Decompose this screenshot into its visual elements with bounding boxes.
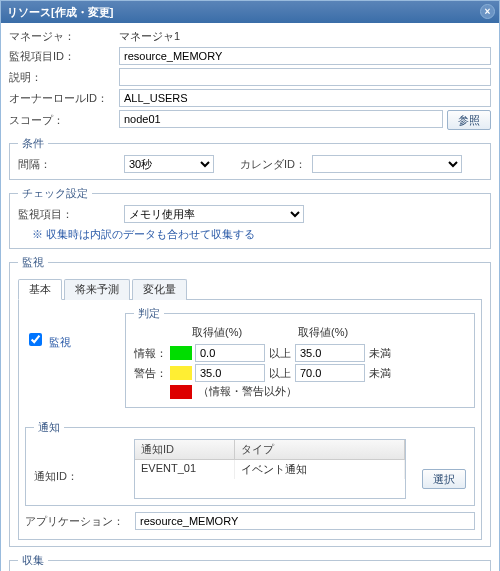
dialog: リソース[作成・変更] × マネージャ： マネージャ1 監視項目ID： 説明： … (0, 0, 500, 571)
notify-legend: 通知 (34, 420, 64, 435)
judgment-fieldset: 判定 取得値(%) 取得値(%) 情報： 以上 (125, 306, 475, 408)
notify-id-label: 通知ID： (34, 439, 134, 484)
manager-value: マネージャ1 (119, 29, 491, 44)
desc-input[interactable] (119, 68, 491, 86)
warn-label: 警告： (134, 366, 170, 381)
monitor-check-row[interactable]: 監視 (25, 336, 71, 348)
owner-role-label: オーナーロールID： (9, 91, 119, 106)
tabs: 基本 将来予測 変化量 (18, 278, 482, 300)
titlebar: リソース[作成・変更] × (1, 1, 499, 23)
collect-fieldset: 収集 収集 収集値表示名： 収集値単位： (9, 553, 491, 571)
calendar-label: カレンダID： (240, 157, 306, 172)
conditions-legend: 条件 (18, 136, 48, 151)
dialog-body: マネージャ： マネージャ1 監視項目ID： 説明： オーナーロールID： スコー… (1, 23, 499, 571)
check-fieldset: チェック設定 監視項目： メモリ使用率 ※ 収集時は内訳のデータも合わせて収集す… (9, 186, 491, 249)
info-high-input[interactable] (295, 344, 365, 362)
monitor-item-label: 監視項目： (18, 207, 118, 222)
notify-row-id: EVENT_01 (135, 460, 235, 479)
scope-input[interactable] (119, 110, 443, 128)
manager-label: マネージャ： (9, 29, 119, 44)
warn-op: 以上 (265, 366, 295, 381)
judgment-header2: 取得値(%) (298, 325, 374, 340)
warn-trail: 未満 (365, 366, 391, 381)
warn-color-icon (170, 366, 192, 380)
calendar-select[interactable] (312, 155, 462, 173)
notify-row-type: イベント通知 (235, 460, 405, 479)
dialog-title: リソース[作成・変更] (7, 6, 113, 18)
tab-change[interactable]: 変化量 (132, 279, 187, 300)
conditions-fieldset: 条件 間隔： 30秒 カレンダID： (9, 136, 491, 180)
scope-label: スコープ： (9, 113, 119, 128)
owner-role-input[interactable] (119, 89, 491, 107)
warn-low-input[interactable] (195, 364, 265, 382)
monitor-id-label: 監視項目ID： (9, 49, 119, 64)
interval-select[interactable]: 30秒 (124, 155, 214, 173)
scope-browse-button[interactable]: 参照 (447, 110, 491, 130)
close-icon[interactable]: × (480, 4, 495, 19)
monitor-legend: 監視 (18, 255, 48, 270)
monitor-fieldset: 監視 基本 将来予測 変化量 監視 判定 (9, 255, 491, 547)
notify-table: 通知ID タイプ EVENT_01 イベント通知 (134, 439, 406, 499)
tab-content-basic: 監視 判定 取得値(%) 取得値(%) 情報： (18, 300, 482, 540)
warn-high-input[interactable] (295, 364, 365, 382)
monitor-id-input[interactable] (119, 47, 491, 65)
critical-note: （情報・警告以外） (192, 384, 297, 399)
judgment-header1: 取得値(%) (192, 325, 268, 340)
info-op: 以上 (265, 346, 295, 361)
notify-col-type: タイプ (235, 440, 405, 459)
monitor-item-select[interactable]: メモリ使用率 (124, 205, 304, 223)
tab-basic[interactable]: 基本 (18, 279, 62, 300)
critical-color-icon (170, 385, 192, 399)
notify-col-id: 通知ID (135, 440, 235, 459)
check-legend: チェック設定 (18, 186, 92, 201)
desc-label: 説明： (9, 70, 119, 85)
info-color-icon (170, 346, 192, 360)
collect-legend: 収集 (18, 553, 48, 568)
application-label: アプリケーション： (25, 514, 135, 529)
check-note: ※ 収集時は内訳のデータも合わせて収集する (32, 227, 482, 242)
application-input[interactable] (135, 512, 475, 530)
info-low-input[interactable] (195, 344, 265, 362)
info-trail: 未満 (365, 346, 391, 361)
notify-select-button[interactable]: 選択 (422, 469, 466, 489)
interval-label: 間隔： (18, 157, 118, 172)
tab-future[interactable]: 将来予測 (64, 279, 130, 300)
info-label: 情報： (134, 346, 170, 361)
notify-fieldset: 通知 通知ID： 通知ID タイプ EVENT_01 (25, 420, 475, 506)
monitor-checkbox[interactable] (29, 333, 42, 346)
judgment-legend: 判定 (134, 306, 164, 321)
table-row[interactable]: EVENT_01 イベント通知 (135, 460, 405, 479)
monitor-check-label: 監視 (49, 336, 71, 348)
